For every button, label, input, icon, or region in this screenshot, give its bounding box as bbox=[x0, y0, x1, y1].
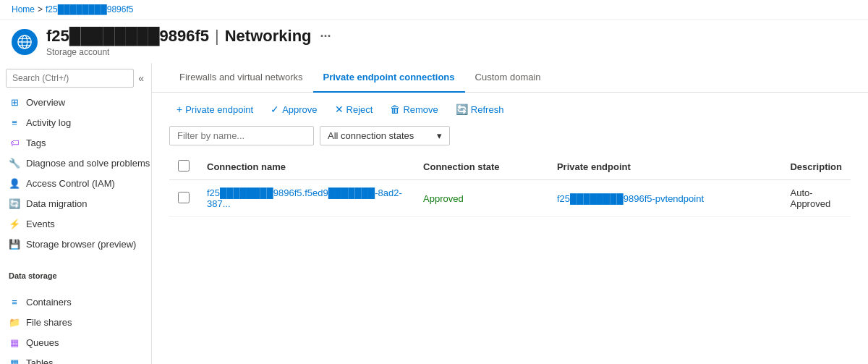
remove-icon: 🗑 bbox=[390, 103, 400, 115]
queues-icon: ▦ bbox=[9, 337, 20, 348]
resource-icon bbox=[12, 29, 38, 55]
refresh-button[interactable]: 🔄 Refresh bbox=[448, 100, 511, 119]
sidebar-label-activity-log: Activity log bbox=[26, 117, 71, 128]
sidebar-label-queues: Queues bbox=[26, 337, 59, 348]
sidebar-item-data-migration[interactable]: 🔄 Data migration bbox=[0, 193, 151, 213]
connection-state-value: Approved bbox=[423, 193, 464, 204]
access-control-icon: 👤 bbox=[9, 177, 20, 189]
sidebar-item-containers[interactable]: ≡ Containers bbox=[0, 292, 151, 312]
search-input[interactable] bbox=[6, 69, 134, 88]
sidebar-label-storage-browser: Storage browser (preview) bbox=[26, 239, 136, 250]
col-header-connection-name: Connection name bbox=[198, 154, 414, 180]
sidebar-label-access-control: Access Control (IAM) bbox=[26, 178, 115, 189]
breadcrumb-resource[interactable]: f25████████9896f5 bbox=[46, 4, 133, 14]
data-storage-section-label: Data storage bbox=[0, 263, 151, 283]
select-all-checkbox[interactable] bbox=[178, 160, 190, 172]
sidebar-label-data-migration: Data migration bbox=[26, 198, 88, 209]
remove-label: Remove bbox=[403, 104, 438, 115]
breadcrumb: Home > f25████████9896f5 bbox=[0, 0, 868, 20]
sidebar-item-activity-log[interactable]: ≡ Activity log bbox=[0, 112, 151, 132]
content-area: Firewalls and virtual networks Private e… bbox=[152, 63, 868, 364]
tab-custom-domain[interactable]: Custom domain bbox=[465, 63, 551, 93]
sidebar-item-diagnose[interactable]: 🔧 Diagnose and solve problems bbox=[0, 153, 151, 173]
activity-log-icon: ≡ bbox=[9, 117, 20, 128]
table-wrap: Connection name Connection state Private… bbox=[152, 154, 868, 217]
events-icon: ⚡ bbox=[9, 218, 20, 229]
sidebar-collapse-button[interactable]: « bbox=[137, 71, 145, 85]
data-migration-icon: 🔄 bbox=[9, 198, 20, 209]
connection-state-dropdown[interactable]: All connection states ▾ bbox=[320, 126, 450, 145]
file-shares-icon: 📁 bbox=[9, 316, 20, 328]
connections-table: Connection name Connection state Private… bbox=[169, 154, 851, 217]
sidebar-label-overview: Overview bbox=[26, 97, 65, 108]
connection-state-cell: Approved bbox=[414, 180, 548, 217]
sidebar-label-file-shares: File shares bbox=[26, 317, 72, 328]
resource-name: f25████████9896f5 bbox=[46, 27, 209, 46]
sidebar: « ⊞ Overview ≡ Activity log 🏷 Tags 🔧 Dia… bbox=[0, 63, 152, 364]
approve-button[interactable]: ✓ Approve bbox=[263, 100, 324, 119]
filter-bar: All connection states ▾ bbox=[152, 126, 868, 154]
breadcrumb-home[interactable]: Home bbox=[12, 4, 35, 14]
sidebar-label-diagnose: Diagnose and solve problems bbox=[26, 158, 150, 169]
page-title: f25████████9896f5 | Networking ··· bbox=[46, 27, 331, 46]
sidebar-item-file-shares[interactable]: 📁 File shares bbox=[0, 312, 151, 332]
filter-name-input[interactable] bbox=[169, 126, 314, 145]
tab-bar: Firewalls and virtual networks Private e… bbox=[152, 63, 868, 93]
connection-state-label: All connection states bbox=[328, 130, 414, 141]
table-header-row: Connection name Connection state Private… bbox=[169, 154, 851, 180]
connection-name-cell: f25████████9896f5.f5ed9███████-8ad2-387.… bbox=[198, 180, 414, 217]
sidebar-item-queues[interactable]: ▦ Queues bbox=[0, 332, 151, 352]
sidebar-item-tags[interactable]: 🏷 Tags bbox=[0, 132, 151, 153]
overview-icon: ⊞ bbox=[9, 96, 20, 108]
reject-icon: ✕ bbox=[335, 103, 344, 115]
page-name: Networking bbox=[225, 27, 312, 46]
toolbar: + Private endpoint ✓ Approve ✕ Reject 🗑 … bbox=[152, 93, 868, 126]
sidebar-label-tables: Tables bbox=[26, 357, 54, 365]
storage-browser-icon: 💾 bbox=[9, 238, 20, 250]
sidebar-item-access-control[interactable]: 👤 Access Control (IAM) bbox=[0, 173, 151, 193]
approve-label: Approve bbox=[282, 104, 317, 115]
page-header: f25████████9896f5 | Networking ··· Stora… bbox=[0, 20, 868, 63]
table-row: f25████████9896f5.f5ed9███████-8ad2-387.… bbox=[169, 180, 851, 217]
sidebar-item-events[interactable]: ⚡ Events bbox=[0, 213, 151, 234]
sidebar-item-storage-browser[interactable]: 💾 Storage browser (preview) bbox=[0, 234, 151, 254]
breadcrumb-sep1: > bbox=[38, 4, 43, 14]
sidebar-label-events: Events bbox=[26, 219, 55, 229]
description-cell: Auto-Approved bbox=[781, 180, 851, 217]
resource-type: Storage account bbox=[46, 47, 331, 57]
col-header-connection-state: Connection state bbox=[414, 154, 548, 180]
tab-firewalls[interactable]: Firewalls and virtual networks bbox=[169, 63, 313, 93]
approve-icon: ✓ bbox=[271, 103, 279, 115]
sidebar-item-overview[interactable]: ⊞ Overview bbox=[0, 92, 151, 112]
private-endpoint-link[interactable]: f25████████9896f5-pvtendpoint bbox=[557, 193, 704, 204]
private-endpoint-cell: f25████████9896f5-pvtendpoint bbox=[548, 180, 782, 217]
dropdown-chevron-icon: ▾ bbox=[437, 130, 442, 141]
containers-icon: ≡ bbox=[9, 296, 20, 308]
sidebar-label-tags: Tags bbox=[26, 137, 46, 148]
reject-label: Reject bbox=[346, 104, 373, 115]
diagnose-icon: 🔧 bbox=[9, 157, 20, 169]
col-header-description: Description bbox=[781, 154, 851, 180]
tags-icon: 🏷 bbox=[9, 137, 20, 148]
add-label: Private endpoint bbox=[185, 104, 253, 115]
description-value: Auto-Approved bbox=[790, 187, 830, 209]
remove-button[interactable]: 🗑 Remove bbox=[383, 100, 445, 119]
col-header-check bbox=[169, 154, 198, 180]
title-separator: | bbox=[215, 27, 219, 46]
header-title-block: f25████████9896f5 | Networking ··· Stora… bbox=[46, 27, 331, 57]
row-select-checkbox[interactable] bbox=[178, 192, 190, 203]
tab-private-endpoints[interactable]: Private endpoint connections bbox=[313, 63, 465, 93]
more-options-icon[interactable]: ··· bbox=[320, 29, 331, 44]
sidebar-search-wrap: « bbox=[0, 63, 151, 92]
connection-name-link[interactable]: f25████████9896f5.f5ed9███████-8ad2-387.… bbox=[207, 187, 402, 209]
tables-icon: ▦ bbox=[9, 357, 20, 364]
sidebar-item-tables[interactable]: ▦ Tables bbox=[0, 352, 151, 364]
refresh-label: Refresh bbox=[471, 104, 504, 115]
add-icon: + bbox=[176, 103, 182, 115]
reject-button[interactable]: ✕ Reject bbox=[328, 100, 380, 119]
row-checkbox-cell bbox=[169, 180, 198, 217]
col-header-private-endpoint: Private endpoint bbox=[548, 154, 782, 180]
add-private-endpoint-button[interactable]: + Private endpoint bbox=[169, 100, 260, 119]
sidebar-label-containers: Containers bbox=[26, 297, 72, 308]
refresh-icon: 🔄 bbox=[456, 103, 468, 115]
